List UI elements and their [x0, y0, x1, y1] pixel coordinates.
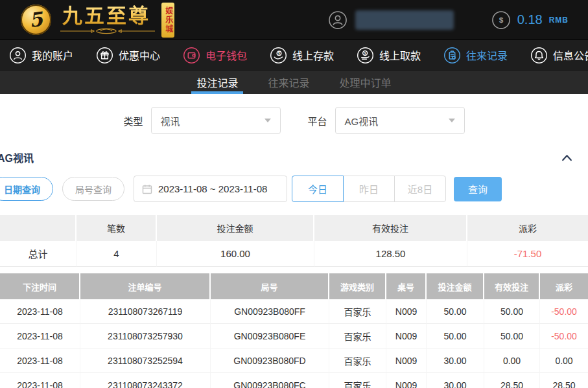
summary-header-valid-bet: 有效投注 [314, 215, 467, 241]
type-label: 类型 [123, 114, 143, 128]
wallet-icon [183, 47, 200, 64]
table-cell: -50.00 [540, 299, 588, 324]
username-redacted [355, 10, 454, 30]
date-range-value: 2023-11-08 ~ 2023-11-08 [158, 183, 267, 194]
nav-item-withdraw[interactable]: $ 线上取款 [357, 47, 421, 64]
header-bet-time: 下注时间 [0, 273, 80, 299]
section-title: AG视讯 [0, 150, 34, 165]
nav-item-e-wallet[interactable]: 电子钱包 [183, 47, 247, 64]
last-8-days-button[interactable]: 近8日 [394, 176, 446, 202]
table-cell: -50.00 [540, 324, 588, 348]
user-icon [328, 10, 347, 30]
header-game-type: 游戏类别 [329, 273, 386, 299]
nav-label: 优惠中心 [119, 47, 160, 63]
logo-text: 九五至尊 [58, 5, 155, 34]
table-cell: 50.00 [427, 299, 484, 324]
total-bet-amount: 160.00 [157, 241, 314, 267]
user-chip[interactable] [328, 10, 454, 30]
nav-item-promotions[interactable]: 优惠中心 [96, 47, 160, 64]
platform-select[interactable]: AG视讯 [335, 107, 465, 134]
svg-text:$: $ [499, 16, 503, 24]
balance-amount: 0.18 [517, 12, 543, 27]
total-label: 总计 [0, 241, 76, 267]
header-round-number: 局号 [211, 273, 329, 299]
table-cell: N009 [386, 373, 427, 388]
table-cell: GN00923B080FE [211, 324, 329, 348]
calendar-icon [142, 184, 152, 194]
table-row: 2023-11-08231108073252594GN00923B080FD百家… [0, 348, 588, 373]
logo-mark: 5 [28, 8, 45, 32]
bell-icon [530, 47, 548, 64]
table-cell: 50.00 [484, 299, 540, 324]
today-button[interactable]: 今日 [292, 176, 344, 202]
total-count: 4 [76, 241, 157, 267]
type-select[interactable]: 视讯 [151, 107, 281, 134]
table-cell: 50.00 [484, 324, 540, 348]
nav-item-transfer-records[interactable]: 往来记录 [443, 47, 508, 64]
header-table-number: 桌号 [386, 273, 427, 299]
nav-item-announcements[interactable]: 信息公告 [530, 47, 588, 64]
summary-header-payout: 派彩 [467, 215, 588, 241]
table-row: 2023-11-08231108073243372GN00923B080FC百家… [0, 373, 588, 388]
header-payout: 派彩 [540, 273, 588, 299]
detail-header-row: 下注时间 注单编号 局号 游戏类别 桌号 投注金额 有效投注 派彩 [0, 273, 588, 299]
table-cell: 百家乐 [329, 348, 386, 373]
topbar: 5 九五至尊 娱乐城 $ [0, 0, 588, 40]
table-cell: N009 [386, 299, 427, 324]
query-row: 日期查询 局号查询 2023-11-08 ~ 2023-11-08 今日 昨日 … [0, 176, 588, 202]
nav-label: 线上取款 [379, 47, 421, 63]
tab-transfer-records[interactable]: 往来记录 [266, 71, 311, 94]
logo-subtitle-badge: 娱乐城 [161, 3, 174, 38]
table-cell: GN00923B080FF [211, 299, 329, 324]
table-cell: 30.00 [427, 348, 484, 373]
site-logo[interactable]: 5 九五至尊 娱乐城 [21, 3, 174, 38]
table-row: 2023-11-08231108073257930GN00923B080FE百家… [0, 324, 588, 348]
total-payout: -71.50 [467, 241, 588, 267]
detail-table: 下注时间 注单编号 局号 游戏类别 桌号 投注金额 有效投注 派彩 2023-1… [0, 273, 588, 388]
table-cell: GN00923B080FC [211, 373, 329, 388]
total-valid-bet: 128.50 [314, 241, 467, 267]
nav-item-deposit[interactable]: $ 线上存款 [270, 47, 334, 64]
table-cell: 28.50 [540, 373, 588, 388]
table-cell: 28.50 [484, 373, 540, 388]
transfer-records-icon [443, 47, 461, 64]
table-cell: 2023-11-08 [0, 348, 80, 373]
filter-row: 类型 视讯 平台 AG视讯 [0, 107, 588, 134]
header-order-number: 注单编号 [80, 273, 211, 299]
round-query-button[interactable]: 局号查询 [62, 177, 124, 201]
withdraw-coin-icon: $ [357, 47, 374, 64]
header-bet-amount: 投注金额 [427, 273, 484, 299]
quick-date-group: 今日 昨日 近8日 [292, 176, 446, 202]
type-select-value: 视讯 [161, 114, 180, 128]
record-tabs: 投注记录 往来记录 处理中订单 [0, 70, 588, 94]
header-valid-bet: 有效投注 [484, 273, 540, 299]
table-cell: 2023-11-08 [0, 324, 80, 348]
tab-processing-orders[interactable]: 处理中订单 [338, 71, 393, 94]
main-nav: 我的账户 优惠中心 电子钱包 $ 线上存款 $ [0, 40, 588, 70]
balance[interactable]: $ 0.18 RMB [491, 10, 569, 30]
chevron-up-icon[interactable] [561, 154, 572, 161]
summary-total-row: 总计 4 160.00 128.50 -71.50 [0, 241, 588, 267]
logo-circle-icon: 5 [21, 5, 51, 35]
dollar-coin-icon: $ [491, 10, 511, 30]
table-cell: 2023-11-08 [0, 373, 80, 388]
tab-bet-records[interactable]: 投注记录 [195, 71, 239, 94]
user-icon [9, 47, 27, 64]
nav-item-my-account[interactable]: 我的账户 [9, 47, 73, 64]
table-cell: 30.00 [427, 373, 484, 388]
search-button[interactable]: 查询 [454, 177, 502, 201]
yesterday-button[interactable]: 昨日 [343, 176, 395, 202]
nav-label: 我的账户 [32, 47, 73, 63]
table-cell: 百家乐 [329, 299, 386, 324]
nav-label: 电子钱包 [206, 47, 247, 63]
date-range-input[interactable]: 2023-11-08 ~ 2023-11-08 [134, 176, 287, 202]
summary-header-bet-amount: 投注金额 [157, 215, 314, 241]
summary-header-count: 笔数 [76, 215, 157, 241]
table-cell: 231108073243372 [80, 373, 211, 388]
section-head: AG视讯 [0, 150, 588, 165]
table-cell: 0.00 [484, 348, 540, 373]
nav-label: 信息公告 [553, 47, 588, 63]
balance-currency: RMB [549, 16, 569, 25]
flourish-icon [58, 28, 155, 34]
date-query-button[interactable]: 日期查询 [0, 177, 53, 201]
